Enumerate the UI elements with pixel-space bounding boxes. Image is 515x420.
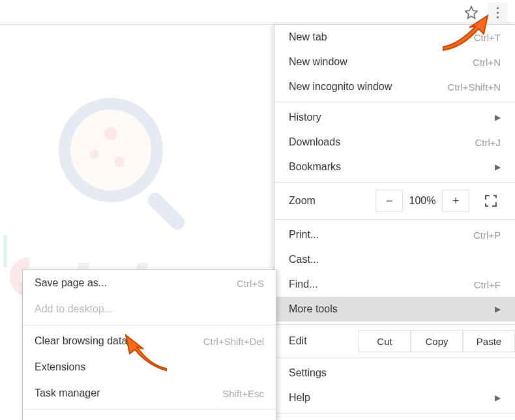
menu-find[interactable]: Find... Ctrl+F [274,272,515,297]
submenu-extensions[interactable]: Extensions [23,354,276,380]
paste-button[interactable]: Paste [463,330,515,352]
menu-separator [23,325,276,325]
submenu-arrow-icon: ▶ [493,162,501,172]
menu-label: Help [289,392,310,404]
menu-shortcut: Ctrl+J [475,137,501,148]
main-menu-button[interactable] [488,3,507,22]
copy-button[interactable]: Copy [411,330,463,352]
submenu-arrow-icon: ▶ [493,393,501,402]
edit-label: Edit [289,335,359,347]
zoom-in-button[interactable]: + [442,190,469,212]
menu-label: New incognito window [289,81,392,93]
menu-separator [274,324,515,325]
menu-zoom-row: Zoom − 100% + [274,185,515,217]
menu-help[interactable]: Help ▶ [274,385,515,410]
menu-label: Settings [289,367,327,379]
menu-bookmarks[interactable]: Bookmarks ▶ [274,155,515,179]
submenu-label: Add to desktop... [35,303,113,315]
menu-label: Find... [289,278,317,290]
menu-print[interactable]: Print... Ctrl+P [274,222,515,247]
menu-separator [274,413,515,413]
submenu-arrow-icon: ▶ [493,305,501,314]
menu-label: Cast... [289,254,319,265]
menu-new-incognito[interactable]: New incognito window Ctrl+Shift+N [274,74,515,99]
menu-label: Bookmarks [289,161,341,173]
menu-label: More tools [289,303,338,315]
submenu-shortcut: Ctrl+S [237,278,264,289]
submenu-shortcut: Shift+Esc [222,388,264,399]
submenu-label: Task manager [35,387,100,399]
menu-shortcut: Ctrl+N [473,57,501,68]
submenu-task-manager[interactable]: Task manager Shift+Esc [23,380,276,406]
menu-history[interactable]: History ▶ [274,105,515,130]
menu-separator [274,182,515,183]
menu-settings[interactable]: Settings [274,361,515,385]
submenu-clear-browsing-data[interactable]: Clear browsing data... Ctrl+Shift+Del [23,328,276,354]
main-menu: New tab Ctrl+T New window Ctrl+N New inc… [274,25,515,420]
zoom-value: 100% [403,195,442,207]
menu-shortcut: Ctrl+F [474,279,501,290]
submenu-shortcut: Ctrl+Shift+Del [203,336,264,347]
menu-label: Downloads [289,136,340,148]
submenu-add-desktop: Add to desktop... [23,296,276,322]
menu-label: History [289,112,321,123]
menu-shortcut: Ctrl+T [474,32,501,43]
submenu-label: Save page as... [35,277,107,289]
menu-separator [23,409,276,410]
menu-edit-row: Edit Cut Copy Paste [274,327,515,355]
submenu-arrow-icon: ▶ [493,113,501,122]
menu-separator [274,102,515,102]
submenu-developer-tools[interactable]: Developer tools Ctrl+Shift+I [23,412,276,420]
more-tools-submenu: Save page as... Ctrl+S Add to desktop...… [22,269,276,420]
cut-button[interactable]: Cut [359,330,411,352]
zoom-out-button[interactable]: − [375,190,403,212]
menu-separator [274,357,515,358]
bookmark-star-icon[interactable] [464,5,478,20]
menu-label: New tab [289,31,327,43]
menu-label: New window [289,56,347,68]
menu-new-window[interactable]: New window Ctrl+N [274,50,515,74]
fullscreen-button[interactable] [475,190,507,212]
menu-new-tab[interactable]: New tab Ctrl+T [274,25,515,50]
menu-shortcut: Ctrl+P [473,230,501,241]
submenu-label: Clear browsing data... [35,335,136,347]
menu-downloads[interactable]: Downloads Ctrl+J [274,130,515,155]
menu-separator [274,219,515,220]
menu-shortcut: Ctrl+Shift+N [447,82,501,93]
menu-label: Print... [289,229,319,241]
submenu-save-page[interactable]: Save page as... Ctrl+S [23,270,276,296]
browser-toolbar [0,0,515,25]
zoom-label: Zoom [289,195,375,207]
submenu-label: Extensions [35,361,85,373]
menu-exit[interactable]: Exit Ctrl+Shift+Q [274,416,515,420]
menu-more-tools[interactable]: More tools ▶ [274,297,515,322]
menu-cast[interactable]: Cast... [274,247,515,272]
